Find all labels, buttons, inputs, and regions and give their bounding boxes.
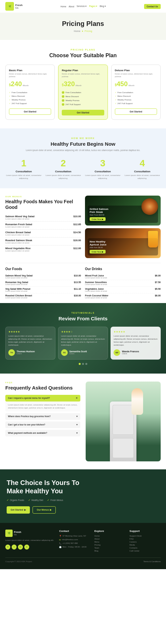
footer-bottom: Copyright © 2022 ASK Project Terms & Con… [5, 561, 161, 563]
footer-support-media[interactable]: Media [129, 544, 161, 546]
nav-home[interactable]: Home [60, 5, 66, 8]
plan-regular: Regular Plan Donec ut turpis cursus, ele… [58, 65, 108, 120]
how-tag: HOW WE WORK [5, 137, 161, 139]
foods-drinks: Our Foods Salmon Mixed Veg SaladLorem ip… [5, 263, 161, 300]
nav-pages[interactable]: Pages ▾ [89, 5, 97, 8]
juice-order-btn[interactable]: Order Now ▶ [90, 250, 106, 253]
review-2-stars: ★★★★☆ [61, 330, 105, 333]
menu-item: Salmon Mixed Veg SaladLorem ipsum dolor … [5, 214, 81, 222]
food-row: Romanian Veg SaladLorem ipsum dolor sit … [5, 280, 81, 287]
nav-services[interactable]: Services ▾ [77, 5, 87, 8]
faq-item-1: Can I request a special menu for myself?… [5, 395, 80, 411]
footer-support-callcenter[interactable]: Call Center [129, 550, 161, 552]
review-1-name: Thomas Hudson [17, 350, 35, 353]
review-2-text: Lorem ipsum dolor sit amet, consectetur … [61, 335, 105, 347]
plan-basic-btn[interactable]: Get Started [9, 108, 51, 115]
cta-badge-menus: ✓ Fresh Menus [47, 499, 63, 502]
footer-link-team[interactable]: Team [94, 547, 125, 549]
pricing-title: Choose Your Suitable Plan [5, 53, 161, 59]
menu-title: Healthy Foods Makes You Feel Good [5, 199, 81, 210]
footer-link-about[interactable]: About [94, 538, 125, 540]
footer-link-blog[interactable]: Blog [94, 550, 125, 552]
faq-toggle-2: ▾ [76, 415, 78, 418]
check-icon: ✓ [28, 499, 31, 502]
testimonials-grid: ★★★★★ Lorem ipsum dolor sit amet, consec… [5, 327, 161, 360]
review-1-avatar: TH [8, 349, 15, 356]
step-4-title: Consultation [124, 170, 161, 173]
feature-item: ✓ Menu Discount [115, 94, 157, 98]
breadcrumb-home[interactable]: Home [74, 30, 80, 33]
faq-q-3[interactable]: Can I get a tour to see your kitchen? ▾ [5, 421, 80, 428]
salmon-order-btn[interactable]: Order Now ▶ [90, 217, 106, 221]
footer-support: Support Support Desk FAQ Careers Media C… [129, 530, 161, 553]
plan-regular-desc: Donec ut turpis cursus, elementum lectus… [62, 73, 104, 78]
footer-contact-title: Contact [59, 530, 90, 533]
dot-3[interactable] [85, 363, 87, 365]
dot-1[interactable] [79, 363, 81, 365]
faq-section: FAQS Frequently Asked Questions Can I re… [0, 374, 166, 469]
twitter-icon[interactable]: t [12, 545, 17, 550]
cta-badges: ✓ Organic Foods ✓ Healthy Diet ✓ Fresh M… [7, 499, 159, 502]
terms-link[interactable]: Terms & Conditions [143, 561, 161, 563]
footer: 🌿 Fresh Co. Lorem ipsum dolor sit amet, … [0, 523, 166, 569]
navbar: 🌿 Fresh Co. Home About Services ▾ Pages … [0, 0, 166, 13]
plan-regular-period: /Month [75, 84, 81, 86]
footer-grid: 🌿 Fresh Co. Lorem ipsum dolor sit amet, … [5, 530, 161, 553]
footer-support-faq[interactable]: FAQ [129, 538, 161, 540]
menu-left: OUR MENUS Healthy Foods Makes You Feel G… [5, 196, 81, 258]
plan-basic-period: /Month [23, 84, 29, 86]
review-1-role: Client [17, 353, 35, 355]
review-2-avatar: SS [61, 349, 68, 356]
how-title: Healthy Future Begins Now [5, 141, 161, 147]
footer-divider [5, 558, 161, 558]
plan-deluxe-btn[interactable]: Get Started [115, 108, 157, 115]
footer-socials: f t in li [5, 545, 55, 550]
nav-about[interactable]: About [69, 5, 74, 8]
faq-q-2[interactable]: Where does Freshco buy groceries from? ▾ [5, 413, 80, 420]
instagram-icon[interactable]: in [18, 545, 23, 550]
plan-regular-btn[interactable]: Get Started [62, 110, 104, 115]
faq-left: FAQS Frequently Asked Questions Can I re… [5, 382, 80, 461]
feature-item: ✓ 24/7 Full Support [9, 101, 51, 105]
menu-item: Mixed Vegetable RiceLorem ipsum dolor si… [5, 245, 81, 253]
check-icon: ✓ [7, 499, 9, 502]
footer-explore-title: Explore [94, 530, 125, 533]
review-1: ★★★★★ Lorem ipsum dolor sit amet, consec… [5, 327, 55, 360]
contact-button[interactable]: Contact Us [144, 4, 161, 9]
faq-q-1[interactable]: Can I request a special menu for myself?… [5, 395, 80, 402]
faq-item-3: Can I get a tour to see your kitchen? ▾ [5, 421, 80, 428]
footer-link-home[interactable]: Home [94, 535, 125, 537]
hero-title: Pricing Plans [5, 20, 161, 28]
logo[interactable]: 🌿 Fresh Co. [5, 2, 23, 11]
review-2-role: Client [69, 353, 87, 355]
faq-q-4[interactable]: What payment methods are available? ▾ [5, 430, 80, 436]
footer-support-desk[interactable]: Support Desk [129, 535, 161, 537]
step-4-num: 4 [124, 158, 161, 169]
review-3-stars: ★★★★★ [114, 330, 158, 333]
footer-support-contacts[interactable]: Contacts [129, 547, 161, 549]
dot-2[interactable] [82, 363, 84, 365]
plan-regular-features: ✓ Free Consultation ✓ Menu Discount ✓ We… [62, 90, 104, 106]
footer-support-careers[interactable]: Careers [129, 541, 161, 543]
faq-toggle-4: ▾ [76, 432, 78, 434]
faq-title: Frequently Asked Questions [5, 385, 80, 391]
food-row: Veg Salad With PeanutLorem ipsum dolor s… [5, 287, 81, 293]
feature-item: ✓ Weekly Promos [9, 98, 51, 101]
cta-our-menus-btn[interactable]: Our Menus ▶ [33, 506, 56, 514]
facebook-icon[interactable]: f [5, 545, 10, 550]
linkedin-icon[interactable]: li [24, 545, 29, 550]
footer-link-pricing[interactable]: Pricing [94, 544, 125, 546]
footer-link-menu[interactable]: Menu [94, 541, 125, 543]
faq-image [86, 382, 161, 461]
review-2: ★★★★☆ Lorem ipsum dolor sit amet, consec… [58, 327, 108, 360]
juice-card-overlay: New HealthyApricot Juice Start from $6.5… [88, 238, 158, 255]
cta-badge-diet: ✓ Healthy Diet [28, 499, 43, 502]
plan-basic-name: Basic Plan [9, 69, 51, 72]
review-3-role: Client [122, 353, 139, 355]
nav-blog[interactable]: Blog ▾ [100, 5, 106, 8]
drink-row: Fresh Coconut WaterLorem ipsum dolor sit… [85, 293, 161, 300]
drink-row: Summer SmoothiesLorem ipsum dolor sit am… [85, 280, 161, 287]
cta-title: The Choice Is Yours To Make Healthy You [7, 479, 80, 495]
feature-item: ✓ Weekly Promos [62, 98, 104, 102]
cta-get-started-btn[interactable]: Get Started ▶ [7, 506, 30, 514]
